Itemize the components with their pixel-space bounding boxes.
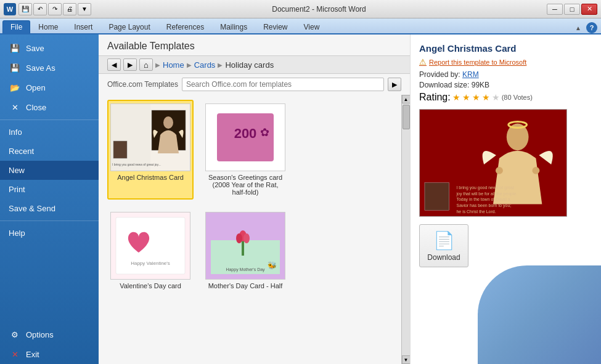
ribbon-tabs: File Home Insert Page Layout References … [0, 18, 601, 34]
sidebar-options-label: Options [26, 330, 54, 339]
scroll-down-arrow[interactable]: ▼ [402, 355, 411, 364]
available-templates-header: Available Templates [99, 34, 410, 55]
tab-review[interactable]: Review [255, 20, 295, 33]
svg-point-26 [532, 167, 539, 174]
nav-forward-button[interactable]: ▶ [123, 59, 137, 71]
mothers-card-label: Mother's Day Card - Half [208, 282, 283, 289]
selected-card-title: Angel Christmas Card [419, 43, 592, 54]
download-button[interactable]: 📄 Download [419, 224, 468, 267]
redo-btn[interactable]: ↷ [48, 3, 62, 15]
sidebar-help-label: Help [9, 229, 25, 238]
tab-mailings[interactable]: Mailings [212, 20, 255, 33]
provider-link[interactable]: KRM [462, 70, 479, 79]
scroll-track: ▲ ▼ [401, 95, 410, 364]
search-label: Office.com Templates [107, 80, 178, 89]
maximize-button[interactable]: □ [564, 4, 580, 15]
provided-by-label: Provided by: [419, 70, 462, 79]
template-angel-card[interactable]: I bring you good news of great joy... An… [107, 100, 194, 200]
svg-point-19 [243, 233, 250, 243]
star-4: ★ [482, 92, 490, 102]
sidebar-item-save[interactable]: 💾 Save [0, 38, 99, 58]
print-quick-btn[interactable]: 🖨 [63, 3, 76, 15]
sidebar-item-print[interactable]: Print [0, 180, 99, 199]
window-title: Document2 - Microsoft Word [91, 5, 547, 14]
sidebar-item-new[interactable]: New [0, 161, 99, 180]
sidebar-recent-label: Recent [9, 147, 34, 156]
sidebar-open-label: Open [26, 83, 46, 92]
breadcrumb-cards[interactable]: Cards [194, 60, 216, 70]
title-bar: W 💾 ↶ ↷ 🖨 ▼ Document2 - Microsoft Word ─… [0, 0, 601, 18]
seasons-card-label: Season's Greetings card (2008 Year of th… [206, 174, 285, 196]
tab-references[interactable]: References [158, 20, 212, 33]
sidebar-exit-label: Exit [26, 350, 39, 359]
minimize-button[interactable]: ─ [547, 4, 563, 15]
sidebar-item-exit[interactable]: ✕ Exit [0, 344, 99, 364]
undo-btn[interactable]: ↶ [33, 3, 47, 15]
rating-row: Rating: ★ ★ ★ ★ ★ (80 Votes) [419, 92, 592, 103]
scroll-up-arrow[interactable]: ▲ [402, 95, 411, 103]
svg-text:✿: ✿ [260, 126, 269, 139]
nav-back-button[interactable]: ◀ [107, 59, 121, 71]
breadcrumb-arrow-3: ▶ [218, 62, 223, 68]
download-file-icon: 📄 [433, 230, 455, 251]
sidebar-new-label: New [9, 166, 25, 175]
report-icon: ⚠ [419, 57, 427, 67]
sidebar-save-label: Save [26, 44, 44, 53]
sidebar-item-close[interactable]: ✕ Close [0, 97, 99, 117]
scroll-thumb[interactable] [403, 105, 410, 129]
sidebar-item-options[interactable]: ⚙ Options [0, 325, 99, 344]
mothers-card-svg: Happy Mother's Day 🐝 [206, 212, 285, 279]
sidebar-save-as-label: Save As [26, 63, 55, 73]
more-btn[interactable]: ▼ [78, 3, 91, 15]
nav-home-button[interactable]: ⌂ [139, 59, 153, 71]
breadcrumb-nav: ◀ ▶ ⌂ ▶ Home ▶ Cards ▶ Holiday cards [99, 55, 410, 74]
breadcrumb-holiday-cards: Holiday cards [225, 60, 274, 70]
sidebar-print-label: Print [9, 185, 25, 194]
tab-view[interactable]: View [296, 20, 328, 33]
sidebar-item-help[interactable]: Help [0, 224, 99, 243]
breadcrumb-home[interactable]: Home [163, 60, 184, 70]
save-quick-btn[interactable]: 💾 [18, 3, 32, 15]
sidebar-item-save-as[interactable]: 💾 Save As [0, 58, 99, 78]
center-panel: Available Templates ◀ ▶ ⌂ ▶ Home ▶ Cards… [99, 34, 410, 364]
close-button[interactable]: ✕ [581, 4, 597, 15]
report-template-link[interactable]: ⚠ Report this template to Microsoft [419, 57, 592, 67]
svg-rect-2 [111, 104, 150, 171]
help-button[interactable]: ? [586, 22, 597, 33]
sidebar-item-recent[interactable]: Recent [0, 142, 99, 161]
svg-text:I bring you good news of great: I bring you good news of great [457, 185, 514, 190]
open-icon: 📂 [9, 83, 21, 92]
search-bar-row: Office.com Templates ▶ [99, 74, 410, 95]
votes-count: (80 Votes) [502, 94, 533, 101]
ribbon-collapse-arrow[interactable]: ▲ [575, 25, 581, 31]
svg-point-18 [236, 233, 242, 243]
sidebar-bottom: ⚙ Options ✕ Exit [0, 325, 99, 364]
breadcrumb-arrow-2: ▶ [187, 62, 192, 68]
breadcrumb-arrow-1: ▶ [155, 62, 160, 68]
exit-icon: ✕ [9, 349, 21, 359]
search-go-button[interactable]: ▶ [388, 78, 401, 91]
valentine-card-label: Valentine's Day card [120, 282, 181, 289]
tab-page-layout[interactable]: Page Layout [100, 20, 158, 33]
sidebar-item-open[interactable]: 📂 Open [0, 78, 99, 97]
right-panel-content: Angel Christmas Card ⚠ Report this templ… [419, 43, 592, 267]
valentine-card-svg: Happy Valentine's [111, 212, 190, 279]
templates-grid: I bring you good news of great joy... An… [99, 95, 401, 364]
svg-text:I bring you good news of great: I bring you good news of great joy... [112, 163, 161, 166]
svg-rect-27 [425, 183, 449, 211]
star-2: ★ [462, 92, 470, 102]
template-valentine-card[interactable]: Happy Valentine's Valentine's Day card [107, 208, 194, 293]
provider-row: Provided by: KRM [419, 70, 592, 79]
svg-text:Happy Valentine's: Happy Valentine's [131, 261, 170, 266]
svg-text:Savior has been born to you;: Savior has been born to you; [457, 203, 512, 208]
tab-insert[interactable]: Insert [66, 20, 100, 33]
sidebar-item-save-send[interactable]: Save & Send [0, 199, 99, 218]
search-input[interactable] [182, 78, 384, 91]
word-icon: W [4, 3, 16, 15]
star-5: ★ [492, 92, 500, 102]
tab-home[interactable]: Home [30, 20, 66, 33]
tab-file[interactable]: File [2, 20, 30, 33]
sidebar-item-info[interactable]: Info [0, 123, 99, 142]
template-seasons-card[interactable]: 200 ✿ Season's Greetings card (2008 Year… [202, 100, 288, 200]
template-mothers-card[interactable]: Happy Mother's Day 🐝 Mother's Day Card -… [202, 208, 288, 293]
